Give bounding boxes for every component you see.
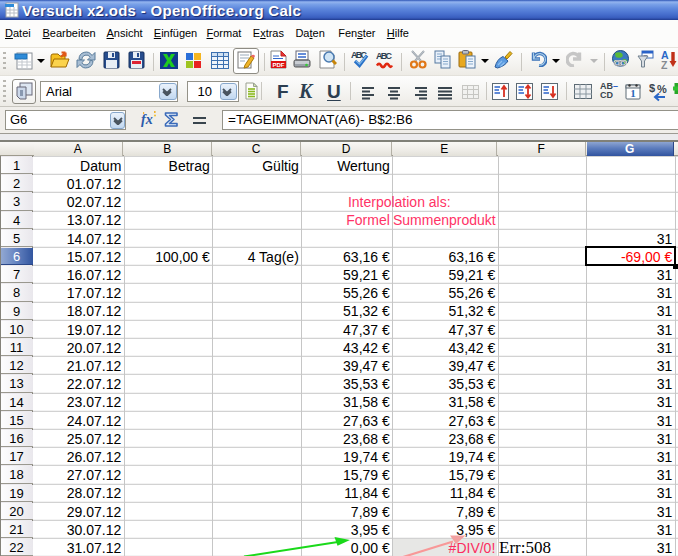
- svg-text:Z: Z: [661, 59, 668, 69]
- svg-text:1: 1: [630, 87, 636, 99]
- svg-text:ABC: ABC: [376, 51, 393, 61]
- svg-text:fx: fx: [141, 112, 153, 127]
- svg-text:PDF: PDF: [273, 62, 285, 68]
- svg-text:$: $: [649, 82, 655, 94]
